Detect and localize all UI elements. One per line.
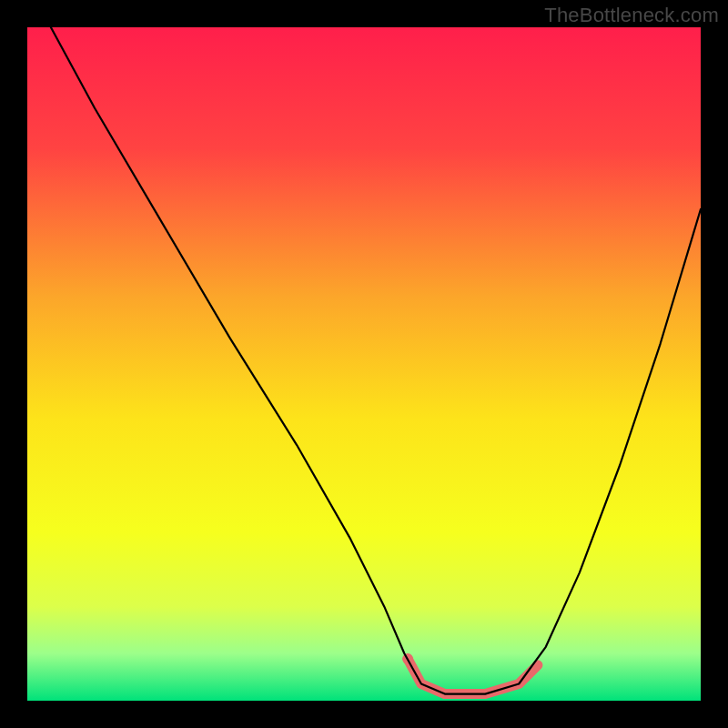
plot-background: [27, 27, 701, 701]
chart-frame: { "watermark": "TheBottleneck.com", "cha…: [0, 0, 728, 728]
watermark-text: TheBottleneck.com: [544, 4, 719, 27]
bottleneck-chart: [0, 0, 728, 728]
